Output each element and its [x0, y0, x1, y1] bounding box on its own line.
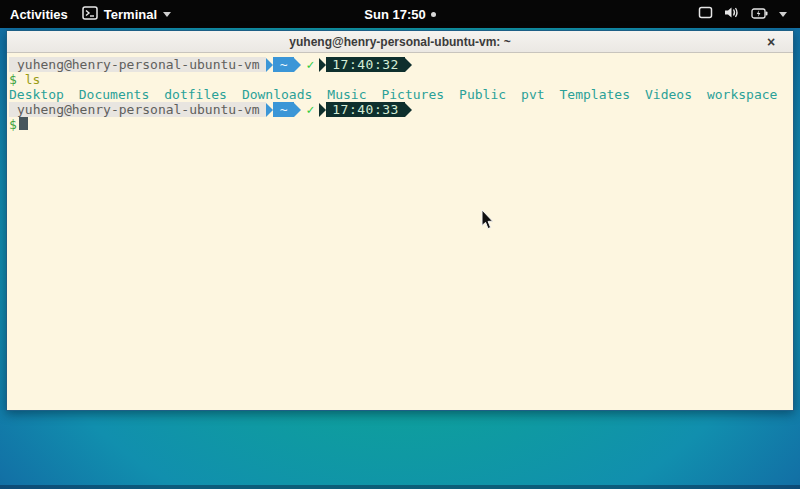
- command-line: $ ls: [9, 72, 793, 87]
- volume-icon: [724, 6, 740, 22]
- directory-name: workspace: [707, 87, 777, 102]
- prompt-dir-segment: ~: [273, 57, 295, 72]
- system-status-area[interactable]: [698, 0, 800, 28]
- clock-label: Sun 17:50: [364, 7, 425, 22]
- battery-charging-icon: [751, 7, 768, 22]
- notification-dot-icon: [431, 12, 436, 17]
- powerline-arrow-icon: [266, 103, 273, 117]
- app-menu-label: Terminal: [104, 7, 157, 22]
- window-title: yuheng@henry-personal-ubuntu-vm: ~: [289, 35, 510, 49]
- directory-name: Music: [327, 87, 366, 102]
- prompt-user-segment: yuheng@henry-personal-ubuntu-vm: [9, 57, 266, 72]
- clock-button[interactable]: Sun 17:50: [364, 7, 435, 22]
- powerline-arrow-icon: [294, 58, 301, 72]
- prompt-symbol: $: [9, 117, 17, 132]
- gnome-top-bar: Activities Terminal Sun 17:50: [0, 0, 800, 28]
- prompt-dir-segment: ~: [273, 102, 295, 117]
- prompt-time-segment: 17:40:33: [326, 102, 405, 117]
- prompt-user-segment: yuheng@henry-personal-ubuntu-vm: [9, 102, 266, 117]
- chevron-down-icon: [163, 12, 171, 17]
- directory-name: Pictures: [381, 87, 444, 102]
- powerline-arrow-icon: [294, 103, 301, 117]
- directory-name: pvt: [521, 87, 544, 102]
- desktop: Activities Terminal Sun 17:50: [0, 0, 800, 489]
- terminal-icon: [82, 6, 98, 23]
- directory-name: Videos: [645, 87, 692, 102]
- input-line[interactable]: $: [9, 117, 793, 132]
- powerline-arrow-icon: [319, 103, 326, 117]
- prompt-symbol: $: [9, 72, 17, 87]
- powerline-arrow-icon: [266, 58, 273, 72]
- terminal-content[interactable]: yuheng@henry-personal-ubuntu-vm ~ ✓ 17:4…: [7, 53, 793, 410]
- prompt-line: yuheng@henry-personal-ubuntu-vm ~ ✓ 17:4…: [9, 57, 793, 72]
- powerline-arrow-icon: [405, 58, 412, 72]
- powerline-arrow-icon: [319, 58, 326, 72]
- chevron-down-icon: [779, 12, 787, 17]
- directory-name: dotfiles: [164, 87, 227, 102]
- directory-name: Downloads: [242, 87, 312, 102]
- prompt-time-segment: 17:40:32: [326, 57, 405, 72]
- display-icon: [698, 6, 713, 22]
- directory-name: Desktop: [9, 87, 64, 102]
- typed-command: ls: [25, 72, 41, 87]
- window-titlebar[interactable]: yuheng@henry-personal-ubuntu-vm: ~ ×: [7, 31, 793, 53]
- activities-button[interactable]: Activities: [10, 7, 68, 22]
- prompt-status-check-icon: ✓: [301, 102, 319, 117]
- directory-name: Documents: [79, 87, 149, 102]
- close-button[interactable]: ×: [761, 31, 781, 53]
- directory-name: Templates: [560, 87, 630, 102]
- directory-name: Public: [459, 87, 506, 102]
- prompt-status-check-icon: ✓: [301, 57, 319, 72]
- ls-output-line: Desktop Documents dotfiles Downloads Mus…: [9, 87, 793, 102]
- terminal-window: yuheng@henry-personal-ubuntu-vm: ~ × yuh…: [6, 30, 794, 411]
- text-cursor: [19, 117, 28, 130]
- prompt-line: yuheng@henry-personal-ubuntu-vm ~ ✓ 17:4…: [9, 102, 793, 117]
- app-menu-terminal[interactable]: Terminal: [82, 6, 171, 23]
- powerline-arrow-icon: [405, 103, 412, 117]
